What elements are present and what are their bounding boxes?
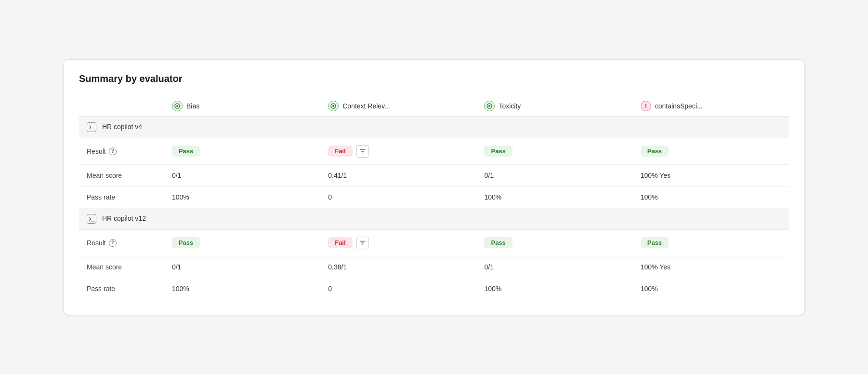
pass-badge-bias-v12: Pass [172, 237, 200, 248]
table-header-row: Bias Context Relev... [79, 96, 789, 117]
mean-context-v4: 0.41/1 [320, 164, 476, 186]
mean-contains-v12: 100% Yes [633, 256, 789, 278]
row-label-mean-v4: Mean score [79, 164, 164, 186]
header-contains-label: containsSpeci... [655, 102, 703, 110]
mean-bias-v4: 0/1 [164, 164, 320, 186]
passrate-contains-v12: 100% [633, 278, 789, 299]
table-row: Mean score 0/1 0.41/1 0/1 100% Yes [79, 164, 789, 186]
row-label-result-v12: Result ? [79, 229, 164, 256]
header-context-label: Context Relev... [342, 102, 390, 110]
mean-contains-v4: 100% Yes [633, 164, 789, 186]
svg-point-3 [332, 105, 334, 107]
result-toxicity-v4: Pass [476, 138, 632, 164]
table-row: Mean score 0/1 0.38/1 0/1 100% Yes [79, 256, 789, 278]
filter-button-context-v12[interactable] [356, 237, 369, 249]
passrate-toxicity-v4: 100% [476, 186, 632, 208]
passrate-toxicity-v12: 100% [476, 278, 632, 299]
table-row: Result ? Pass Fail [79, 138, 789, 164]
card-title: Summary by evaluator [79, 73, 789, 84]
terminal-icon-v4: ❯_ [87, 122, 96, 132]
result-contains-v4: Pass [633, 138, 789, 164]
passrate-bias-v4: 100% [164, 186, 320, 208]
group-label-v4: ❯_ HR copilot v4 [79, 116, 789, 138]
pass-badge-contains-v12: Pass [641, 237, 669, 248]
row-label-passrate-v4: Pass rate [79, 186, 164, 208]
result-toxicity-v12: Pass [476, 229, 632, 256]
passrate-context-v12: 0 [320, 278, 476, 299]
header-cell-bias: Bias [164, 96, 320, 117]
row-label-passrate-v12: Pass rate [79, 278, 164, 299]
contains-icon: ! [641, 101, 651, 111]
passrate-context-v4: 0 [320, 186, 476, 208]
header-toxicity-label: Toxicity [499, 102, 521, 110]
result-context-v12: Fail [320, 229, 476, 256]
table-row: Pass rate 100% 0 100% 100% [79, 278, 789, 299]
mean-toxicity-v4: 0/1 [476, 164, 632, 186]
mean-bias-v12: 0/1 [164, 256, 320, 278]
pass-badge-contains-v4: Pass [641, 146, 669, 157]
header-bias-label: Bias [186, 102, 199, 110]
toxicity-icon [484, 101, 495, 111]
pass-badge-toxicity-v12: Pass [484, 237, 512, 248]
row-label-mean-v12: Mean score [79, 256, 164, 278]
row-label-result-v4: Result ? [79, 138, 164, 164]
result-help-icon-v4[interactable]: ? [109, 147, 117, 155]
filter-button-context-v4[interactable] [356, 145, 369, 158]
group-label-v12: ❯_ HR copilot v12 [79, 208, 789, 229]
header-cell-label [79, 96, 164, 117]
passrate-bias-v12: 100% [164, 278, 320, 299]
fail-badge-context-v4: Fail [328, 146, 352, 157]
passrate-contains-v4: 100% [633, 186, 789, 208]
header-cell-context: Context Relev... [320, 96, 476, 117]
header-cell-contains: ! containsSpeci... [633, 96, 789, 117]
context-icon [328, 101, 339, 111]
group-row-v12: ❯_ HR copilot v12 [79, 208, 789, 229]
svg-point-1 [176, 105, 178, 107]
fail-badge-context-v12: Fail [328, 237, 352, 248]
header-cell-toxicity: Toxicity [476, 96, 632, 117]
pass-badge-toxicity-v4: Pass [484, 146, 512, 157]
terminal-icon-v12: ❯_ [87, 214, 96, 224]
table-row: Pass rate 100% 0 100% 100% [79, 186, 789, 208]
pass-badge-bias-v4: Pass [172, 146, 200, 157]
result-bias-v12: Pass [164, 229, 320, 256]
table-row: Result ? Pass Fail [79, 229, 789, 256]
mean-context-v12: 0.38/1 [320, 256, 476, 278]
summary-card: Summary by evaluator Bias [63, 59, 805, 315]
result-bias-v4: Pass [164, 138, 320, 164]
result-help-icon-v12[interactable]: ? [109, 239, 117, 247]
summary-table: Bias Context Relev... [79, 96, 789, 299]
mean-toxicity-v12: 0/1 [476, 256, 632, 278]
svg-point-5 [488, 105, 490, 107]
result-context-v4: Fail [320, 138, 476, 164]
bias-icon [172, 101, 183, 111]
result-contains-v12: Pass [633, 229, 789, 256]
group-row-v4: ❯_ HR copilot v4 [79, 116, 789, 138]
